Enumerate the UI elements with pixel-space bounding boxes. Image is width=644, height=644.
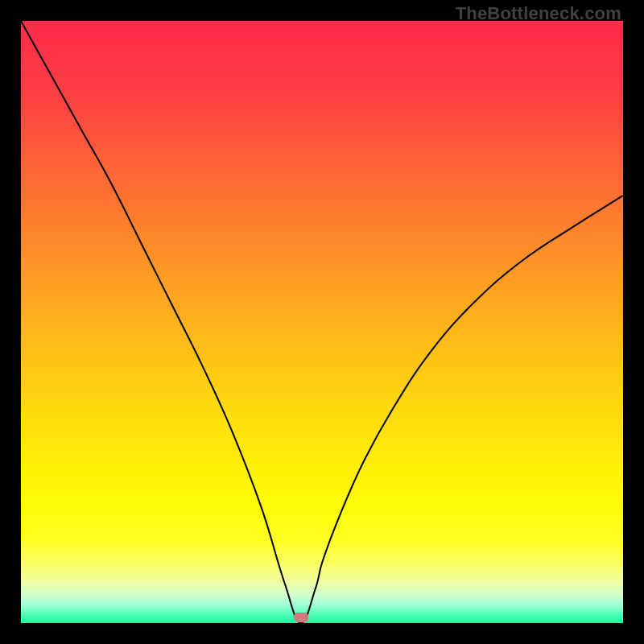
optimal-point-marker bbox=[294, 613, 308, 622]
plot-area bbox=[21, 21, 623, 623]
bottleneck-curve bbox=[21, 21, 623, 623]
chart-frame: TheBottleneck.com bbox=[0, 0, 644, 644]
